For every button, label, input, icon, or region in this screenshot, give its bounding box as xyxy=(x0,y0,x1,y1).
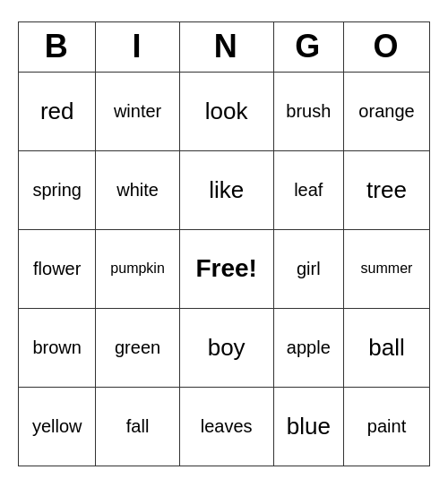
header-n: N xyxy=(179,21,273,72)
table-cell: winter xyxy=(96,72,179,150)
cell-text: paint xyxy=(367,416,406,436)
bingo-table: B I N G O redwinterlookbrushorangespring… xyxy=(18,21,430,466)
table-cell: red xyxy=(19,72,96,150)
cell-text: leaf xyxy=(294,180,323,200)
cell-text: brown xyxy=(32,337,81,357)
table-cell: summer xyxy=(344,229,430,308)
table-cell: like xyxy=(179,150,273,229)
header-i: I xyxy=(96,21,179,72)
cell-text: red xyxy=(40,98,74,124)
table-row: flowerpumpkinFree!girlsummer xyxy=(19,229,430,308)
table-cell: yellow xyxy=(19,387,96,466)
cell-text: flower xyxy=(33,259,81,278)
header-row: B I N G O xyxy=(19,21,430,72)
header-b: B xyxy=(19,21,96,72)
table-cell: tree xyxy=(344,150,430,229)
cell-text: yellow xyxy=(32,416,82,436)
cell-text: brush xyxy=(286,101,331,121)
table-cell: brown xyxy=(19,308,96,387)
table-cell: Free! xyxy=(179,229,273,308)
bingo-body: redwinterlookbrushorangespringwhitelikel… xyxy=(19,72,430,466)
cell-text: summer xyxy=(361,261,413,276)
cell-text: green xyxy=(115,337,160,357)
cell-text: Free! xyxy=(195,254,256,282)
table-cell: leaves xyxy=(179,387,273,466)
table-cell: brush xyxy=(273,72,343,150)
table-cell: blue xyxy=(273,387,343,466)
table-row: redwinterlookbrushorange xyxy=(19,72,430,150)
table-cell: fall xyxy=(96,387,179,466)
cell-text: girl xyxy=(297,259,321,278)
cell-text: boy xyxy=(208,334,246,361)
cell-text: spring xyxy=(32,180,81,200)
table-row: springwhitelikeleaftree xyxy=(19,150,430,229)
table-cell: spring xyxy=(19,150,96,229)
table-cell: white xyxy=(96,150,179,229)
cell-text: blue xyxy=(287,413,331,440)
header-g: G xyxy=(273,21,343,72)
table-cell: boy xyxy=(179,308,273,387)
table-cell: girl xyxy=(273,229,343,308)
cell-text: white xyxy=(116,180,159,200)
table-cell: orange xyxy=(344,72,430,150)
table-row: browngreenboyappleball xyxy=(19,308,430,387)
cell-text: fall xyxy=(126,416,150,436)
bingo-card: B I N G O redwinterlookbrushorangespring… xyxy=(18,21,430,466)
table-cell: paint xyxy=(344,387,430,466)
table-cell: pumpkin xyxy=(96,229,179,308)
header-o: O xyxy=(344,21,430,72)
cell-text: orange xyxy=(358,101,414,121)
table-cell: ball xyxy=(344,308,430,387)
cell-text: apple xyxy=(287,337,331,357)
cell-text: like xyxy=(209,176,244,203)
cell-text: tree xyxy=(366,176,407,203)
cell-text: pumpkin xyxy=(110,261,164,276)
table-cell: look xyxy=(179,72,273,150)
cell-text: leaves xyxy=(201,416,253,436)
table-row: yellowfallleavesbluepaint xyxy=(19,387,430,466)
cell-text: look xyxy=(205,98,248,124)
cell-text: ball xyxy=(368,334,404,361)
table-cell: apple xyxy=(273,308,343,387)
cell-text: winter xyxy=(114,101,161,121)
table-cell: flower xyxy=(19,229,96,308)
table-cell: green xyxy=(96,308,179,387)
table-cell: leaf xyxy=(273,150,343,229)
